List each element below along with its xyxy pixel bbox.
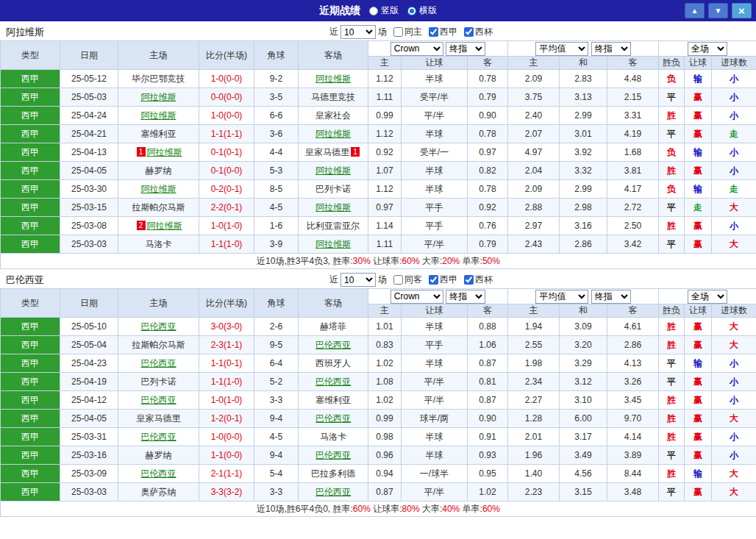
euro-draw-cell: 3.32 — [560, 162, 607, 180]
home-team-cell: 塞维利亚 — [118, 125, 199, 143]
euro-home-cell: 1.96 — [508, 446, 560, 465]
euro-draw-cell: 3.92 — [560, 143, 607, 162]
laliga-checkbox[interactable] — [429, 27, 438, 37]
recent-count-select[interactable]: 10 — [340, 273, 376, 287]
asia-home-cell: 0.96 — [368, 446, 402, 465]
focus-team-link[interactable]: 巴伦西亚 — [141, 395, 176, 405]
league-cell: 西甲 — [1, 465, 60, 483]
col-header-away: 客场 — [299, 41, 368, 70]
topbar-center: 近期战绩 竖版 横版 — [0, 4, 756, 18]
focus-team-link[interactable]: 阿拉维斯 — [141, 92, 176, 102]
same-away-checkbox-label[interactable]: 同客 — [389, 274, 422, 286]
focus-team-link[interactable]: 阿拉维斯 — [315, 202, 351, 213]
scope-select[interactable]: 全场 — [688, 290, 727, 304]
focus-team-link[interactable]: 巴伦西亚 — [141, 358, 176, 368]
date-cell: 25-04-19 — [60, 373, 118, 391]
result-cell: 负 — [659, 70, 685, 88]
section-team-name: 阿拉维斯 — [6, 26, 44, 39]
laliga-checkbox-label[interactable]: 西甲 — [424, 26, 457, 38]
copa-checkbox-label[interactable]: 西杯 — [460, 26, 493, 38]
same-home-checkbox-label[interactable]: 同主 — [389, 26, 422, 38]
score-cell: 0-1(0-0) — [199, 162, 254, 180]
euro-draw-cell: 2.86 — [560, 235, 607, 254]
scope-select[interactable]: 全场 — [688, 42, 727, 56]
layout-radio-vertical[interactable]: 竖版 — [369, 4, 399, 17]
layout-radio-horizontal[interactable]: 横版 — [407, 4, 437, 17]
laliga-checkbox[interactable] — [429, 275, 438, 285]
focus-team-link[interactable]: 巴伦西亚 — [315, 413, 351, 424]
radio-selected-icon — [407, 7, 416, 15]
date-cell: 25-05-12 — [60, 70, 118, 88]
euro-source-select[interactable]: 平均值 — [535, 42, 588, 56]
asia-line-cell: 半球 — [402, 125, 468, 143]
col-header-result: 胜负 — [659, 57, 685, 70]
score-cell: 1-0(1-0) — [199, 217, 254, 235]
date-cell: 25-03-03 — [60, 483, 118, 501]
euro-away-cell: 2.86 — [607, 336, 659, 354]
recent-count-select[interactable]: 10 — [340, 25, 376, 39]
handicap-result-cell: 赢 — [685, 88, 712, 107]
match-row: 西甲25-04-24阿拉维斯1-0(0-0)6-6皇家社会0.99平/半0.90… — [1, 107, 756, 125]
focus-team-link[interactable]: 巴伦西亚 — [141, 432, 176, 442]
focus-team-link[interactable]: 阿拉维斯 — [315, 129, 351, 139]
same-away-checkbox[interactable] — [393, 275, 403, 285]
scroll-down-button[interactable]: ▼ — [708, 3, 728, 18]
euro-stage-select[interactable]: 终指 — [591, 290, 631, 304]
focus-team-link[interactable]: 阿拉维斯 — [315, 165, 351, 176]
handicap-result-cell: 赢 — [685, 125, 712, 143]
goals-cell: 小 — [712, 107, 756, 125]
bookmaker-select[interactable]: Crown — [391, 42, 443, 56]
focus-team-link[interactable]: 阿拉维斯 — [141, 110, 176, 121]
asia-line-cell: 受平/半 — [402, 88, 468, 107]
team-name: 塞维利亚 — [141, 129, 176, 139]
focus-team-link[interactable]: 阿拉维斯 — [315, 74, 351, 84]
copa-checkbox-label[interactable]: 西杯 — [460, 274, 493, 286]
focus-team-link[interactable]: 巴伦西亚 — [315, 340, 351, 350]
scroll-up-button[interactable]: ▲ — [685, 3, 705, 18]
same-home-checkbox[interactable] — [393, 27, 403, 37]
score-cell: 1-2(0-1) — [199, 410, 254, 428]
focus-team-link[interactable]: 阿拉维斯 — [147, 147, 182, 157]
team-name: 巴列卡诺 — [315, 184, 351, 194]
asia-away-cell: 0.76 — [468, 217, 508, 235]
focus-team-link[interactable]: 巴伦西亚 — [315, 450, 351, 460]
asia-home-cell: 1.12 — [368, 180, 402, 199]
date-cell: 25-05-04 — [60, 336, 118, 354]
match-row: 西甲25-03-31巴伦西亚1-0(0-0)4-5马洛卡0.98半球0.912.… — [1, 428, 756, 446]
euro-home-cell: 2.97 — [508, 217, 560, 235]
summary-row: 近10场,胜6平4负0, 胜率:60% 让球率:80% 大率:40% 单率:60… — [1, 501, 756, 517]
focus-team-link[interactable]: 巴伦西亚 — [141, 321, 176, 332]
focus-team-link[interactable]: 阿拉维斯 — [147, 221, 182, 231]
score-cell: 2-1(1-1) — [199, 465, 254, 483]
copa-checkbox[interactable] — [464, 27, 474, 37]
asia-stage-select[interactable]: 终指 — [446, 290, 485, 304]
away-team-cell: 比利亚雷亚尔 — [299, 217, 368, 235]
euro-source-select[interactable]: 平均值 — [535, 290, 588, 304]
asia-home-cell: 1.11 — [368, 235, 402, 254]
euro-away-cell: 8.44 — [607, 465, 659, 483]
match-row: 西甲25-05-03阿拉维斯0-0(0-0)3-5马德里竞技1.11受平/半0.… — [1, 88, 756, 107]
handicap-result-cell: 赢 — [685, 107, 712, 125]
laliga-checkbox-label[interactable]: 西甲 — [424, 274, 457, 286]
focus-team-link[interactable]: 阿拉维斯 — [315, 239, 351, 249]
euro-draw-cell: 3.01 — [560, 125, 607, 143]
asia-filter-cell: Crown 终指 — [368, 289, 508, 304]
focus-team-link[interactable]: 巴伦西亚 — [315, 376, 351, 387]
asia-home-cell: 1.12 — [368, 125, 402, 143]
score-cell: 1-1(1-0) — [199, 235, 254, 254]
euro-stage-select[interactable]: 终指 — [591, 42, 631, 56]
close-button[interactable]: × — [732, 3, 752, 18]
goals-cell: 小 — [712, 162, 756, 180]
col-header-home: 主场 — [118, 289, 199, 318]
asia-line-cell: 半球 — [402, 180, 468, 199]
focus-team-link[interactable]: 阿拉维斯 — [141, 184, 176, 194]
asia-stage-select[interactable]: 终指 — [446, 42, 485, 56]
copa-checkbox[interactable] — [464, 275, 474, 285]
date-cell: 25-04-05 — [60, 410, 118, 428]
focus-team-link[interactable]: 巴伦西亚 — [141, 468, 176, 479]
focus-team-link[interactable]: 巴伦西亚 — [315, 487, 351, 497]
asia-line-cell: 平/半 — [402, 483, 468, 501]
asia-filter-cell: Crown 终指 — [368, 41, 508, 57]
asia-line-cell: 平/半 — [402, 107, 468, 125]
bookmaker-select[interactable]: Crown — [391, 290, 443, 304]
